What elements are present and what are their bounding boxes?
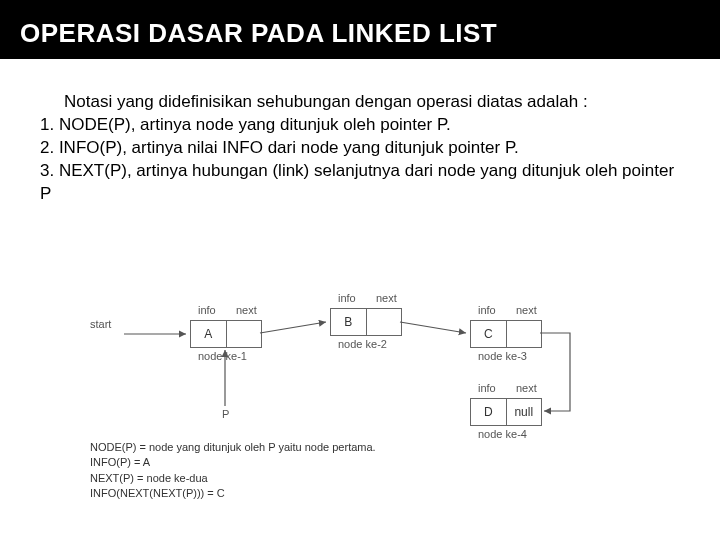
col-header-next: next bbox=[236, 304, 257, 316]
node-b-next bbox=[367, 309, 402, 335]
pointer-p-label: P bbox=[222, 408, 229, 420]
node-c-label: node ke-3 bbox=[478, 350, 527, 362]
col-header-next: next bbox=[516, 304, 537, 316]
legend-line: INFO(NEXT(NEXT(P))) = C bbox=[90, 486, 376, 501]
node-d-label: node ke-4 bbox=[478, 428, 527, 440]
node-c: C bbox=[470, 320, 542, 348]
legend-line: NODE(P) = node yang ditunjuk oleh P yait… bbox=[90, 440, 376, 455]
col-header-info: info bbox=[198, 304, 216, 316]
node-a-info: A bbox=[191, 321, 227, 347]
node-d-info: D bbox=[471, 399, 507, 425]
node-a-next bbox=[227, 321, 262, 347]
col-header-info: info bbox=[478, 382, 496, 394]
legend-line: INFO(P) = A bbox=[90, 455, 376, 470]
list-item: 1. NODE(P), artinya node yang ditunjuk o… bbox=[40, 114, 680, 137]
node-d-null: null bbox=[507, 399, 542, 425]
linked-list-diagram: start info next A node ke-1 info next B … bbox=[90, 300, 690, 530]
node-c-next bbox=[507, 321, 542, 347]
node-d: D null bbox=[470, 398, 542, 426]
col-header-next: next bbox=[516, 382, 537, 394]
legend: NODE(P) = node yang ditunjuk oleh P yait… bbox=[90, 440, 376, 502]
node-a-label: node ke-1 bbox=[198, 350, 247, 362]
legend-line: NEXT(P) = node ke-dua bbox=[90, 471, 376, 486]
col-header-next: next bbox=[376, 292, 397, 304]
node-c-info: C bbox=[471, 321, 507, 347]
node-b-info: B bbox=[331, 309, 367, 335]
node-a: A bbox=[190, 320, 262, 348]
svg-line-2 bbox=[400, 322, 466, 333]
slide-title: OPERASI DASAR PADA LINKED LIST bbox=[20, 18, 700, 49]
node-b: B bbox=[330, 308, 402, 336]
start-box bbox=[120, 328, 154, 346]
col-header-info: info bbox=[478, 304, 496, 316]
title-bar: OPERASI DASAR PADA LINKED LIST bbox=[0, 0, 720, 59]
list-item: 2. INFO(P), artinya nilai INFO dari node… bbox=[40, 137, 680, 160]
body-text: Notasi yang didefinisikan sehubungan den… bbox=[0, 59, 720, 206]
intro-text: Notasi yang didefinisikan sehubungan den… bbox=[64, 91, 680, 114]
col-header-info: info bbox=[338, 292, 356, 304]
node-b-label: node ke-2 bbox=[338, 338, 387, 350]
start-label: start bbox=[90, 318, 111, 330]
svg-line-1 bbox=[260, 322, 326, 333]
list-item: 3. NEXT(P), artinya hubungan (link) sela… bbox=[40, 160, 680, 206]
